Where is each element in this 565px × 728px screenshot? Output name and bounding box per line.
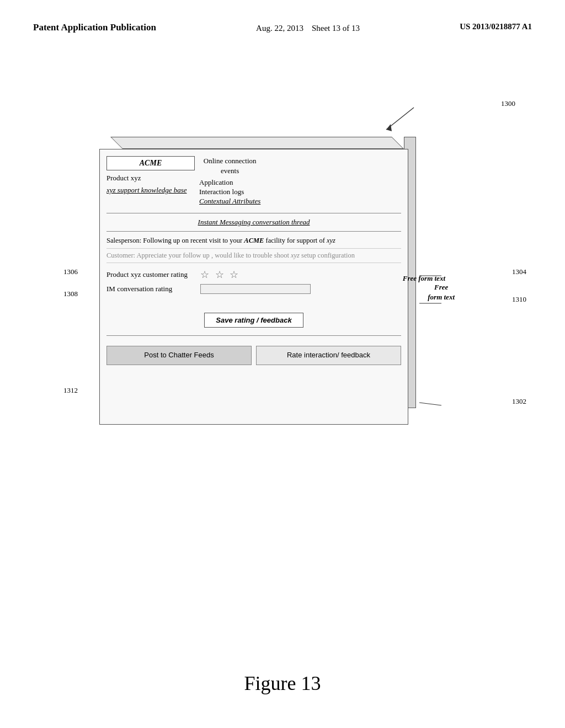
publication-date-sheet: Aug. 22, 2013 Sheet 13 of 13: [256, 22, 360, 35]
app-interaction: Application Interaction logs Contextual …: [199, 178, 260, 206]
salesperson-message: Salesperson: Following up on recent visi…: [106, 234, 401, 249]
left-column: ACME Product xyz xyz support knowledge b…: [106, 156, 195, 206]
xyz-italic: xyz: [327, 237, 335, 244]
acme-box: ACME: [106, 156, 195, 170]
divider-2: [106, 231, 401, 232]
figure-label: Figure 13: [244, 672, 321, 695]
product-rating-label: Product xyz customer rating: [106, 270, 195, 279]
ref-1310: 1310: [512, 295, 526, 304]
box-top-face: [110, 137, 404, 149]
ref-1304: 1304: [512, 267, 526, 276]
support-link: xyz support knowledge base: [106, 186, 195, 195]
right-column: Online connection events Application Int…: [199, 156, 260, 206]
sender-customer: Customer:: [106, 251, 137, 259]
save-rating-button[interactable]: Save rating / feedback: [204, 313, 303, 328]
rating-section: Product xyz customer rating ☆ ☆ ☆ IM con…: [106, 269, 401, 294]
product-rating-row: Product xyz customer rating ☆ ☆ ☆: [106, 269, 401, 281]
publication-title: Patent Application Publication: [33, 22, 156, 33]
im-rating-row: IM conversation rating Free form text: [106, 284, 401, 294]
post-to-chatter-button[interactable]: Post to Chatter Feeds: [106, 346, 252, 365]
bottom-tabs: Post to Chatter Feeds Rate interaction/ …: [106, 346, 401, 365]
customer-message: Customer: Appreciate your follow up , wo…: [106, 249, 401, 264]
ref-1302: 1302: [512, 397, 526, 406]
page-header: Patent Application Publication Aug. 22, …: [0, 0, 565, 35]
main-panel: ACME Product xyz xyz support knowledge b…: [99, 149, 408, 425]
spacer: [106, 294, 401, 305]
sender-salesperson: Salesperson:: [106, 237, 143, 244]
contextual-attrs: Contextual Attributes: [199, 197, 260, 205]
product-xyz: Product xyz: [106, 173, 195, 184]
im-rating-bar[interactable]: [200, 284, 311, 294]
publication-number: US 2013/0218877 A1: [460, 22, 532, 31]
svg-line-0: [386, 108, 414, 130]
svg-marker-1: [386, 124, 392, 131]
product-stars[interactable]: ☆ ☆ ☆: [200, 269, 240, 281]
svg-line-7: [419, 403, 441, 405]
free-form-outside-label: Free form text: [428, 282, 455, 302]
rate-interaction-button[interactable]: Rate interaction/ feedback: [256, 346, 401, 365]
im-rating-label: IM conversation rating: [106, 285, 195, 293]
online-events: Online connection events: [199, 156, 260, 176]
ref-1312: 1312: [63, 386, 78, 395]
top-section: ACME Product xyz xyz support knowledge b…: [106, 156, 401, 206]
xyz-italic-2: xyz: [291, 251, 300, 259]
diagram-area: 1300 1306 1308 1304 1310 1312 1302 ACM: [33, 88, 532, 618]
divider-3: [106, 335, 401, 336]
acme-bold: ACME: [244, 237, 264, 244]
ref-1306: 1306: [63, 267, 78, 276]
inner-panel: ACME Product xyz xyz support knowledge b…: [100, 149, 408, 424]
ref-1300: 1300: [501, 99, 515, 108]
ref-1308: 1308: [63, 290, 78, 298]
divider-1: [106, 213, 401, 213]
save-btn-row: Save rating / feedback: [106, 313, 401, 328]
im-thread-label: Instant Messaging conversation thread: [106, 218, 401, 227]
